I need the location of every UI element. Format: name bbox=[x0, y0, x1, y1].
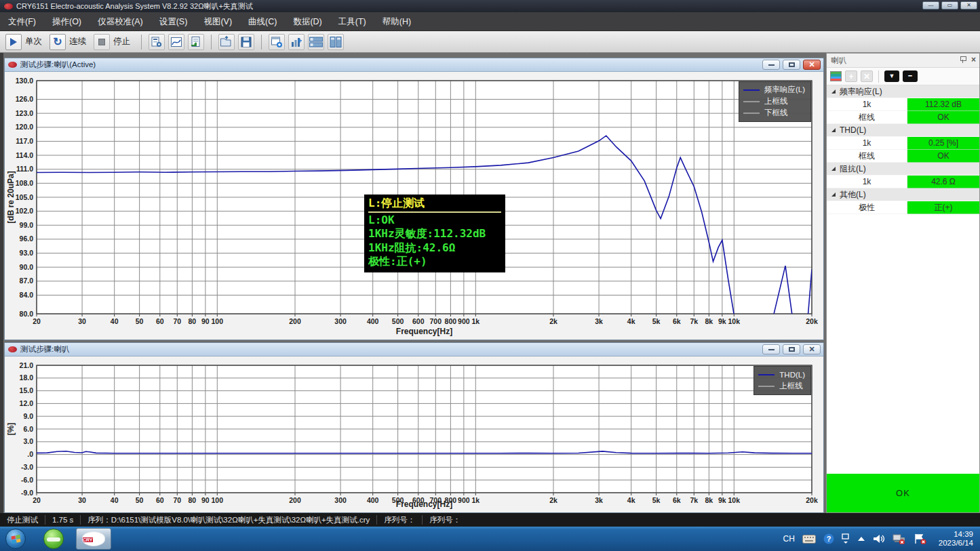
new-window-button[interactable] bbox=[269, 34, 285, 50]
show-hidden-icons-button[interactable] bbox=[857, 535, 865, 542]
taskbar-cry-app-button[interactable]: CRY Sound bbox=[76, 528, 111, 550]
collapse-all-button[interactable]: ━ bbox=[903, 70, 918, 82]
window-maximize-button[interactable] bbox=[783, 344, 800, 354]
report-export-button[interactable] bbox=[188, 34, 204, 50]
network-disconnected-icon[interactable] bbox=[893, 533, 906, 544]
legend-label: THD(L) bbox=[779, 371, 805, 379]
action-center-flag-icon[interactable] bbox=[914, 533, 927, 544]
tree-row[interactable]: 极性正(+) bbox=[827, 201, 979, 214]
svg-text:105.0: 105.0 bbox=[16, 193, 33, 201]
chart-window-title-bar[interactable]: 测试步骤:喇叭 ✕ bbox=[5, 343, 823, 356]
svg-text:3k: 3k bbox=[595, 317, 603, 325]
curve-settings-button[interactable] bbox=[168, 34, 184, 50]
taskbar-browser-icon[interactable] bbox=[43, 529, 64, 549]
instrument-settings-button[interactable] bbox=[149, 34, 165, 50]
save-button[interactable] bbox=[238, 34, 254, 50]
menu-item-5[interactable]: 曲线(C) bbox=[240, 12, 285, 30]
volume-icon[interactable] bbox=[873, 533, 885, 544]
close-button[interactable]: ✕ bbox=[960, 1, 977, 9]
maximize-button[interactable]: ▭ bbox=[941, 1, 958, 9]
delete-button[interactable]: ✕ bbox=[861, 70, 873, 82]
tile-vertical-button[interactable] bbox=[328, 34, 344, 50]
svg-text:90: 90 bbox=[201, 317, 210, 325]
svg-text:500: 500 bbox=[392, 317, 404, 325]
svg-text:80: 80 bbox=[189, 496, 197, 504]
menu-item-3[interactable]: 设置(S) bbox=[151, 12, 196, 30]
tree-section-0[interactable]: 频率响应(L) bbox=[827, 85, 979, 98]
overlay-line: L:停止测试 bbox=[368, 197, 501, 213]
chart-canvas: 2030405060708090100200300400500600700800… bbox=[5, 356, 823, 512]
legend-line-swatch bbox=[758, 386, 775, 387]
tree-section-2[interactable]: 阻抗(L) bbox=[827, 163, 979, 176]
stop-button[interactable] bbox=[94, 34, 110, 50]
menu-item-6[interactable]: 数据(D) bbox=[285, 12, 330, 30]
menu-item-8[interactable]: 帮助(H) bbox=[374, 12, 419, 30]
window-minimize-button[interactable] bbox=[762, 60, 780, 70]
language-indicator[interactable]: CH bbox=[783, 534, 794, 544]
panel-close-icon[interactable]: × bbox=[971, 56, 976, 64]
chart-window-title-bar[interactable]: 测试步骤:喇叭(Active) ✕ bbox=[5, 58, 823, 72]
start-button[interactable] bbox=[5, 529, 26, 549]
window-minimize-button[interactable] bbox=[762, 344, 780, 354]
svg-text:50: 50 bbox=[136, 496, 144, 504]
overlay-line: 1KHz阻抗:42.6Ω bbox=[368, 241, 501, 256]
svg-text:400: 400 bbox=[367, 496, 379, 504]
tree-section-title: 其他(L) bbox=[840, 189, 866, 201]
svg-text:[dB re 20uPa]: [dB re 20uPa] bbox=[6, 171, 16, 223]
open-file-button[interactable] bbox=[218, 34, 235, 50]
tile-vertical-icon bbox=[329, 36, 342, 48]
tree-row[interactable]: 1k0.25 [%] bbox=[827, 137, 979, 150]
workspace: 测试步骤:喇叭(Active) ✕ 2030405060708090100200… bbox=[0, 53, 980, 513]
svg-text:20k: 20k bbox=[806, 496, 818, 504]
overall-result-badge: OK bbox=[827, 474, 979, 512]
status-bar: 停止测试1.75 s序列：D:\6151\测试模版V8.0\喇叭测试\32Ω喇叭… bbox=[0, 513, 980, 527]
keyboard-icon[interactable] bbox=[802, 535, 816, 544]
expanded-triangle-icon bbox=[831, 192, 836, 197]
expanded-triangle-icon bbox=[831, 89, 836, 94]
menu-item-0[interactable]: 文件(F) bbox=[0, 12, 44, 30]
svg-text:Frequency[Hz]: Frequency[Hz] bbox=[396, 499, 452, 509]
show-desktop-icon[interactable] bbox=[842, 533, 850, 544]
svg-text:30: 30 bbox=[78, 496, 86, 504]
tree-section-3[interactable]: 其他(L) bbox=[827, 188, 979, 201]
layers-icon[interactable] bbox=[830, 71, 842, 81]
menu-item-1[interactable]: 操作(O) bbox=[44, 12, 90, 30]
svg-text:40: 40 bbox=[111, 496, 119, 504]
menu-item-2[interactable]: 仪器校准(A) bbox=[90, 12, 151, 30]
svg-text:102.0: 102.0 bbox=[16, 207, 33, 215]
svg-text:4k: 4k bbox=[627, 496, 635, 504]
expand-all-button[interactable]: ▼ bbox=[884, 70, 899, 82]
tile-horizontal-button[interactable] bbox=[308, 34, 324, 50]
tree-section-title: 阻抗(L) bbox=[840, 163, 866, 175]
add-button[interactable]: + bbox=[845, 70, 857, 82]
tree-row[interactable]: 1k42.6 Ω bbox=[827, 176, 979, 188]
tree-section-title: 频率响应(L) bbox=[840, 86, 882, 98]
thd-chart: 2030405060708090100200300400500600700800… bbox=[5, 356, 823, 512]
tree-row[interactable]: 1k112.32 dB bbox=[827, 98, 979, 111]
svg-text:5k: 5k bbox=[652, 496, 661, 504]
results-panel-header: 喇叭 × bbox=[827, 54, 979, 68]
toolbar-separator bbox=[261, 35, 262, 49]
tree-row-label: 1k bbox=[827, 98, 907, 111]
help-icon[interactable]: ? bbox=[823, 533, 834, 544]
tree-section-1[interactable]: THD(L) bbox=[827, 124, 979, 137]
window-maximize-button[interactable] bbox=[783, 60, 800, 70]
minimize-button[interactable]: — bbox=[922, 1, 939, 9]
pin-icon[interactable] bbox=[960, 56, 966, 64]
window-close-button[interactable]: ✕ bbox=[803, 60, 821, 70]
taskbar-clock[interactable]: 14:39 2023/6/14 bbox=[935, 530, 973, 548]
tree-row[interactable]: 框线OK bbox=[827, 150, 979, 163]
menu-item-7[interactable]: 工具(T) bbox=[330, 12, 374, 30]
new-window-icon bbox=[271, 36, 283, 48]
run-continuous-button[interactable]: ↻ bbox=[50, 34, 66, 50]
svg-text:40: 40 bbox=[111, 317, 119, 325]
menu-item-4[interactable]: 视图(V) bbox=[195, 12, 240, 30]
add-chart-button[interactable] bbox=[288, 34, 305, 50]
open-folder-icon bbox=[220, 36, 233, 48]
svg-text:60: 60 bbox=[156, 317, 164, 325]
tree-row-label: 1k bbox=[827, 176, 907, 188]
tree-row[interactable]: 框线OK bbox=[827, 111, 979, 124]
window-close-button[interactable]: ✕ bbox=[803, 344, 821, 354]
run-single-button[interactable] bbox=[5, 34, 22, 50]
svg-text:9.0: 9.0 bbox=[23, 412, 33, 420]
